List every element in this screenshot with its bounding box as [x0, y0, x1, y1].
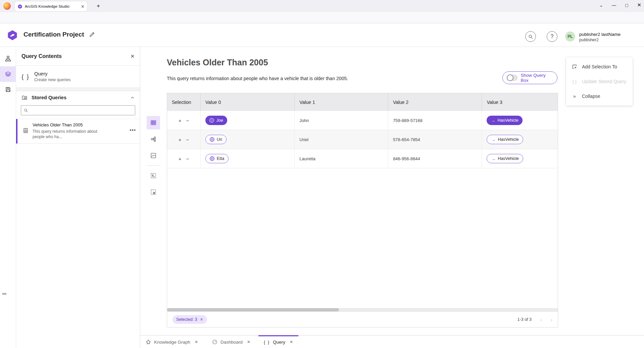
chevron-up-icon[interactable] — [130, 96, 135, 100]
table-view-button[interactable] — [147, 116, 160, 129]
relationship-pill[interactable]: →HasVehicle — [487, 154, 523, 163]
cell-value[interactable]: Uriel — [295, 130, 388, 149]
menu-item-update-stored-query[interactable]: { } Update Stored Query — [566, 74, 633, 89]
column-header[interactable]: Selection — [167, 93, 201, 111]
scrollbar-thumb[interactable] — [167, 308, 339, 311]
link-chart-view-button[interactable] — [147, 132, 160, 146]
sidebar-item-layers[interactable] — [0, 66, 16, 82]
stored-query-options-icon[interactable]: ••• — [130, 127, 136, 133]
arcgis-knowledge-favicon — [17, 4, 22, 9]
cell-value[interactable]: 846-956-8644 — [388, 149, 482, 168]
panel-close-icon[interactable]: ✕ — [130, 53, 135, 59]
column-header[interactable]: Value 2 — [388, 93, 482, 111]
menu-item-add-selection-to[interactable]: Add Selection To — [566, 59, 633, 74]
cell-value[interactable]: 578-654-7854 — [388, 130, 482, 149]
table-row[interactable]: +− Etta Lauretta 846-956-8644 →HasVehicl… — [167, 149, 558, 168]
table-footer: Selected: 3✕ 1-3 of 3 ‹ › — [167, 311, 558, 327]
entity-dot-icon — [209, 118, 214, 123]
browser-tab[interactable]: ArcGIS Knowledge Studio ✕ — [15, 1, 87, 11]
query-create-item[interactable]: { } Query Create new queries — [16, 66, 140, 88]
search-button[interactable] — [525, 31, 536, 42]
add-to-frame-icon — [572, 64, 578, 69]
arrow-right-icon: → — [491, 118, 495, 123]
window-maximize-icon[interactable]: ▢ — [625, 3, 628, 7]
tab-close-icon[interactable]: ✕ — [195, 340, 198, 344]
braces-icon: { } — [264, 340, 270, 345]
clear-selection-icon[interactable]: ✕ — [200, 317, 203, 322]
entity-dot-icon — [210, 156, 214, 161]
add-selection-icon[interactable]: + — [179, 137, 182, 142]
table-row[interactable]: +− Uri Uriel 578-654-7854 →HasVehicle — [167, 130, 558, 149]
relationship-pill[interactable]: →HasVehicle — [487, 116, 523, 125]
window-close-icon[interactable]: ✕ — [637, 2, 641, 8]
relationship-pill[interactable]: →HasVehicle — [487, 135, 523, 144]
cell-value[interactable]: Lauretta — [295, 149, 388, 168]
table-icon — [150, 120, 156, 126]
entity-dot-icon — [210, 137, 214, 142]
arrow-right-icon: → — [491, 137, 495, 142]
panel-title: Query Contents — [21, 53, 130, 59]
remove-selection-icon[interactable]: − — [186, 137, 189, 142]
help-button[interactable]: ? — [547, 31, 557, 42]
toggle-track[interactable] — [507, 75, 517, 81]
tab-close-icon[interactable]: ✕ — [81, 4, 85, 9]
remove-selection-icon[interactable]: − — [186, 156, 189, 162]
firefox-icon[interactable] — [3, 2, 11, 10]
tab-knowledge-graph[interactable]: Knowledge Graph✕ — [146, 336, 198, 348]
stored-queries-search-input[interactable] — [30, 108, 132, 113]
sidebar-item-contents-tree[interactable] — [0, 51, 16, 66]
dashboard-gauge-icon — [212, 339, 217, 345]
map-icon — [150, 153, 156, 159]
horizontal-scrollbar[interactable] — [167, 308, 558, 311]
entity-pill[interactable]: Joe — [205, 116, 227, 125]
remove-selection-icon[interactable]: − — [186, 118, 189, 123]
app-header: Certification Project ? PL publisher2 la… — [0, 23, 644, 47]
entity-pill[interactable]: Uri — [205, 135, 227, 144]
user-name-block[interactable]: publisher2 lastName publisher2 — [579, 32, 621, 43]
new-tab-icon[interactable]: + — [97, 3, 100, 9]
query-item-title: Query — [34, 71, 70, 76]
stored-queries-folder-icon — [21, 95, 28, 100]
tab-query[interactable]: { } Query✕ — [264, 336, 293, 348]
column-header[interactable]: Value 0 — [201, 93, 295, 111]
cell-value[interactable]: John — [295, 111, 388, 130]
map-view-button[interactable] — [147, 149, 160, 162]
query-contents-panel: Query Contents ✕ { } Query Create new qu… — [16, 47, 140, 348]
add-to-map-button[interactable] — [147, 169, 160, 182]
menu-item-collapse[interactable]: » Collapse — [566, 89, 633, 104]
stored-queries-header[interactable]: Stored Queries — [16, 91, 140, 104]
sidebar-item-save[interactable] — [0, 82, 16, 97]
add-selection-icon[interactable]: + — [179, 156, 182, 162]
tab-close-icon[interactable]: ✕ — [290, 340, 293, 344]
list-tabs-icon[interactable]: ⌄ — [599, 3, 603, 8]
column-header[interactable]: Value 3 — [482, 93, 558, 111]
edit-pencil-icon[interactable] — [89, 32, 95, 37]
cell-value[interactable]: 759-889-57168 — [388, 111, 482, 130]
page-previous-icon[interactable]: ‹ — [540, 317, 542, 323]
avatar[interactable]: PL — [565, 32, 575, 42]
window-minimize-icon[interactable]: — — [612, 3, 616, 8]
table-row[interactable]: +− Joe John 759-889-57168 →HasVehicle — [167, 111, 558, 130]
selected-count-chip[interactable]: Selected: 3✕ — [172, 315, 207, 324]
stored-query-item[interactable]: Vehicles Older Than 2005 This query retu… — [16, 119, 140, 144]
save-icon — [5, 86, 11, 93]
tab-close-icon[interactable]: ✕ — [247, 340, 250, 344]
stored-queries-search[interactable] — [21, 105, 135, 115]
braces-icon: { } — [572, 79, 578, 84]
search-icon — [528, 34, 533, 39]
entity-pill[interactable]: Etta — [205, 154, 229, 163]
browser-tab-title: ArcGIS Knowledge Studio — [25, 4, 79, 8]
show-query-box-toggle[interactable]: Show Query Box — [502, 71, 557, 84]
stored-query-description: This query returns information about peo… — [33, 129, 100, 139]
expand-rail-icon[interactable]: »» — [2, 291, 6, 296]
selection-tools-button[interactable] — [147, 185, 160, 199]
column-header[interactable]: Value 1 — [295, 93, 388, 111]
toggle-knob[interactable] — [507, 74, 513, 81]
page-next-icon[interactable]: › — [551, 317, 552, 323]
tab-dashboard[interactable]: Dashboard✕ — [212, 336, 250, 348]
stored-queries-title: Stored Queries — [32, 95, 126, 100]
add-selection-icon[interactable]: + — [179, 118, 182, 123]
view-toolbar — [147, 116, 160, 202]
content-tab-bar: Knowledge Graph✕ Dashboard✕ { } Query✕ — [140, 335, 644, 348]
query-item-subtitle: Create new queries — [34, 77, 70, 82]
